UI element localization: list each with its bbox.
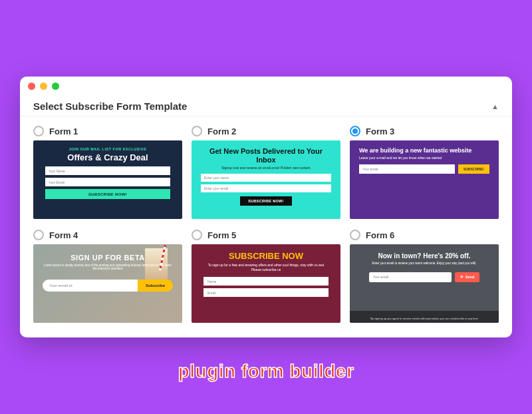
preview-field: Enter your email <box>201 184 331 192</box>
minimize-dot-icon[interactable] <box>40 83 47 90</box>
preview-field: Email <box>203 288 329 297</box>
preview-button: ✈Send <box>455 272 479 282</box>
preview-sub: Leave your e-mail and we let you know wh… <box>359 156 489 160</box>
radio-form4[interactable] <box>33 230 44 240</box>
template-option-form6[interactable]: Form 6 Now in town? Here's 20% off. Ente… <box>350 230 499 323</box>
template-preview-form1: JOIN OUR MAIL LIST FOR EXCLUSIVE Offers … <box>33 140 182 219</box>
preview-button: SUBSCRIBE! <box>458 164 489 174</box>
radio-form5[interactable] <box>192 230 202 240</box>
section-header[interactable]: Select Subscribe Form Template ▲ <box>20 95 512 116</box>
template-label: Form 2 <box>207 126 236 136</box>
selector-window: Select Subscribe Form Template ▲ Form 1 … <box>20 77 512 337</box>
template-option-form2[interactable]: Form 2 Get New Posts Delivered to Your I… <box>192 126 340 219</box>
template-option-form3[interactable]: Form 3 We are building a new fantastic w… <box>350 126 499 219</box>
template-label: Form 3 <box>366 126 394 136</box>
preview-heading: SIGN UP FOR BETA <box>70 254 145 262</box>
mac-titlebar <box>20 77 512 95</box>
preview-heading: Offers & Crazy Deal <box>67 152 148 162</box>
template-option-form4[interactable]: Form 4 SIGN UP FOR BETA Lorem ipsum is s… <box>33 230 182 323</box>
radio-form6[interactable] <box>350 230 360 240</box>
close-dot-icon[interactable] <box>28 83 35 90</box>
template-label: Form 4 <box>49 230 78 240</box>
template-preview-form4: SIGN UP FOR BETA Lorem ipsum is simply d… <box>33 244 182 323</box>
template-preview-form3: We are building a new fantastic website … <box>350 140 499 219</box>
preview-heading: Now in town? Here's 20% off. <box>378 252 470 260</box>
overlay-caption: plugin form builder <box>0 361 532 382</box>
template-option-form1[interactable]: Form 1 JOIN OUR MAIL LIST FOR EXCLUSIVE … <box>33 126 182 219</box>
template-grid: Form 1 JOIN OUR MAIL LIST FOR EXCLUSIVE … <box>20 116 512 337</box>
template-label: Form 5 <box>207 230 236 240</box>
collapse-icon[interactable]: ▲ <box>491 103 499 110</box>
template-option-form5[interactable]: Form 5 SUBSCRIBE NOW To sign-up for a fr… <box>192 230 340 323</box>
preview-button: SUBSCRIBE NOW! <box>45 189 170 199</box>
preview-sub: Enter your email to receive your warm we… <box>372 262 476 266</box>
template-preview-form5: SUBSCRIBE NOW To sign-up for a free and … <box>192 244 340 323</box>
template-label: Form 6 <box>366 230 394 240</box>
preview-heading: Get New Posts Delivered to Your Inbox <box>201 147 331 164</box>
preview-field: Your Name <box>45 166 170 175</box>
preview-heading: SUBSCRIBE NOW <box>229 251 303 261</box>
template-preview-form6: Now in town? Here's 20% off. Enter your … <box>350 244 499 323</box>
preview-sub: To sign-up for a free and amazing offers… <box>203 263 329 272</box>
preview-button: Subscribe <box>138 280 173 292</box>
preview-sub: Signup now and receive an email once! Pu… <box>221 166 310 170</box>
preview-button: SUBSCRIBE NOW! <box>240 196 291 206</box>
preview-field: Your email id <box>43 280 138 292</box>
preview-field: Enter your name <box>201 174 331 182</box>
maximize-dot-icon[interactable] <box>52 83 59 90</box>
preview-footer: By signing up you agree to receive email… <box>370 317 478 320</box>
preview-sub: Lorem ipsum is simply dummy text of the … <box>43 264 173 270</box>
radio-form1[interactable] <box>33 126 44 136</box>
preview-eyebrow: JOIN OUR MAIL LIST FOR EXCLUSIVE <box>69 147 147 151</box>
send-icon: ✈ <box>460 275 464 279</box>
preview-field: Your email <box>359 164 455 174</box>
preview-field: Your email <box>369 272 452 282</box>
preview-heading: We are building a new fantastic website <box>359 147 489 154</box>
radio-form2[interactable] <box>192 126 202 136</box>
template-preview-form2: Get New Posts Delivered to Your Inbox Si… <box>192 140 340 219</box>
section-title: Select Subscribe Form Template <box>33 101 187 112</box>
radio-form3[interactable] <box>350 126 360 136</box>
template-label: Form 1 <box>49 126 78 136</box>
preview-field: Name <box>203 277 329 286</box>
preview-field: Your Email <box>45 178 170 186</box>
